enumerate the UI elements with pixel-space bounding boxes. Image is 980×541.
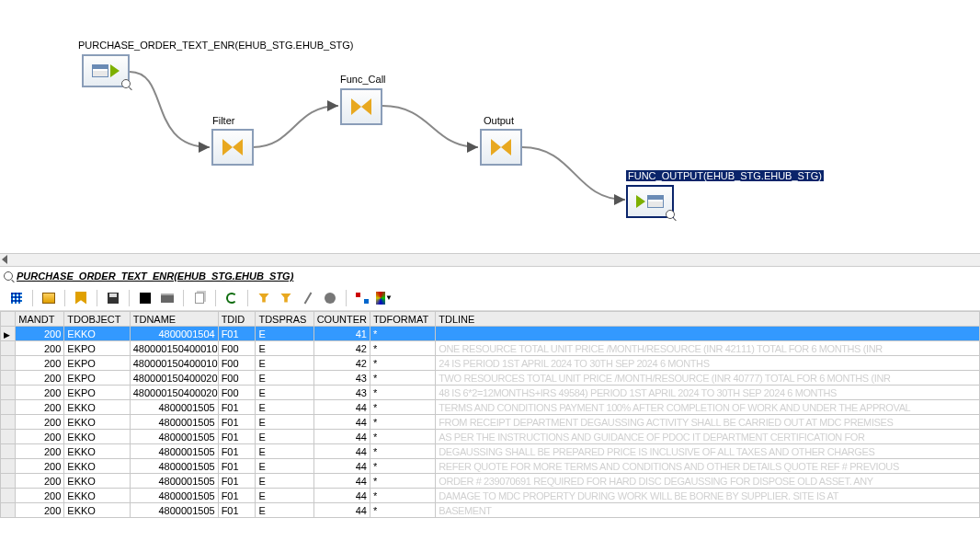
node-filter[interactable]	[211, 129, 254, 166]
row-selector[interactable]	[1, 341, 16, 356]
cell-tdname: 4800001505	[130, 415, 218, 430]
refresh-button[interactable]	[222, 289, 241, 307]
node-funccall-label: Func_Call	[340, 74, 386, 85]
filter-button[interactable]	[255, 289, 273, 307]
row-selector[interactable]	[1, 430, 16, 444]
cell-tdline: ONE RESOURCE TOTAL UNIT PRICE /MONTH/RES…	[436, 341, 980, 356]
cell-mandt: 200	[16, 474, 64, 489]
cell-tdname: 480000150400020	[130, 386, 218, 400]
magnify-icon[interactable]	[666, 210, 675, 219]
cell-tdid: F01	[218, 444, 256, 459]
col-tdid[interactable]: TDID	[218, 312, 256, 327]
col-tdname[interactable]: TDNAME	[130, 312, 218, 327]
cell-tdline: TWO RESOURCES TOTAL UNIT PRICE /MONTH/RE…	[436, 371, 980, 386]
cell-tdformat: *	[370, 327, 435, 341]
preview-table[interactable]: MANDT TDOBJECT TDNAME TDID TDSPRAS COUNT…	[0, 311, 980, 518]
cell-tdformat: *	[370, 430, 435, 444]
cell-tdline: TERMS AND CONDITIONS PAYMENT 100% AFTER …	[436, 400, 980, 415]
cell-tdobject: EKKO	[64, 503, 130, 518]
cell-counter: 44	[313, 503, 370, 518]
node-funccall[interactable]	[340, 88, 382, 125]
row-selector[interactable]	[1, 371, 16, 386]
cell-mandt: 200	[16, 489, 64, 503]
cell-tdformat: *	[370, 371, 435, 386]
table-row[interactable]: 200EKKO4800001505F01E44*TERMS AND CONDIT…	[1, 400, 980, 415]
cell-tdformat: *	[370, 386, 435, 400]
grid-icon	[11, 293, 22, 304]
cell-mandt: 200	[16, 327, 64, 341]
row-selector[interactable]	[1, 356, 16, 371]
node-source[interactable]	[82, 54, 130, 87]
table-row[interactable]: 200EKKO4800001505F01E44*ORDER # 23907069…	[1, 474, 980, 489]
flow-button[interactable]	[353, 289, 371, 307]
cell-mandt: 200	[16, 386, 64, 400]
cell-tdspras: E	[256, 430, 313, 444]
copy-button[interactable]	[190, 289, 209, 307]
cell-tdid: F01	[218, 415, 256, 430]
col-mandt[interactable]: MANDT	[16, 312, 64, 327]
row-selector[interactable]	[1, 444, 16, 459]
row-selector[interactable]	[1, 503, 16, 518]
node-output[interactable]	[480, 129, 522, 166]
row-selector[interactable]	[1, 415, 16, 430]
copy-icon	[195, 293, 204, 304]
table-row[interactable]: 200EKPO480000150400010F00E42*ONE RESOURC…	[1, 341, 980, 356]
col-tdobject[interactable]: TDOBJECT	[64, 312, 130, 327]
row-selector[interactable]	[1, 489, 16, 503]
row-selector[interactable]	[1, 400, 16, 415]
bookmark-button[interactable]	[72, 289, 90, 307]
row-selector-header[interactable]	[1, 312, 16, 327]
cell-tdformat: *	[370, 503, 435, 518]
node-output-label: Output	[484, 115, 514, 126]
palette-button[interactable]: ▼	[375, 289, 393, 307]
row-selector[interactable]	[1, 474, 16, 489]
filter-add-button[interactable]	[277, 289, 295, 307]
cell-tdline: ORDER # 239070691 REQUIRED FOR HARD DISC…	[436, 474, 980, 489]
col-tdformat[interactable]: TDFORMAT	[370, 312, 435, 327]
browse-button[interactable]	[40, 289, 58, 307]
cell-tdname: 4800001505	[130, 444, 218, 459]
cell-counter: 42	[313, 341, 370, 356]
table-row[interactable]: 200EKPO480000150400020F00E43*48 IS 6*2=1…	[1, 386, 980, 400]
table-row[interactable]: 200EKKO4800001505F01E44*FROM RECEIPT DEP…	[1, 415, 980, 430]
col-tdspras[interactable]: TDSPRAS	[256, 312, 313, 327]
cell-counter: 44	[313, 489, 370, 503]
open-button[interactable]	[104, 289, 122, 307]
row-selector[interactable]	[1, 459, 16, 474]
filter-clear-button[interactable]	[299, 289, 317, 307]
refresh-icon	[226, 293, 237, 304]
cell-counter: 43	[313, 371, 370, 386]
sort-button[interactable]	[321, 289, 339, 307]
cell-mandt: 200	[16, 415, 64, 430]
cell-tdformat: *	[370, 459, 435, 474]
cell-mandt: 200	[16, 430, 64, 444]
play-icon	[110, 64, 120, 77]
magnify-icon[interactable]	[121, 79, 131, 88]
table-row[interactable]: 200EKPO480000150400010F00E42*24 IS PERIO…	[1, 356, 980, 371]
save-button[interactable]	[136, 289, 154, 307]
row-selector[interactable]	[1, 327, 16, 341]
diagram-hscrollbar[interactable]	[0, 253, 980, 266]
cell-tdline: 24 IS PERIOD 1ST APRIL 2024 TO 30TH SEP …	[436, 356, 980, 371]
table-row[interactable]: 200EKKO4800001505F01E44*DEGAUSSING SHALL…	[1, 444, 980, 459]
diagram-canvas[interactable]: PURCHASE_ORDER_TEXT_ENR(EHUB_STG.EHUB_ST…	[0, 0, 980, 267]
cell-tdobject: EKPO	[64, 371, 130, 386]
print-button[interactable]	[158, 289, 177, 307]
bookmark-icon	[75, 292, 86, 305]
col-counter[interactable]: COUNTER	[313, 312, 370, 327]
table-row[interactable]: 200EKPO480000150400020F00E43*TWO RESOURC…	[1, 371, 980, 386]
table-row[interactable]: 200EKKO4800001505F01E44*BASEMENT	[1, 503, 980, 518]
cell-tdname: 480000150400010	[130, 356, 218, 371]
table-row[interactable]: 200EKKO4800001505F01E44*REFER QUOTE FOR …	[1, 459, 980, 474]
col-tdline[interactable]: TDLINE	[436, 312, 980, 327]
records-button[interactable]	[7, 289, 26, 307]
row-selector[interactable]	[1, 386, 16, 400]
table-row[interactable]: 200EKKO4800001505F01E44*DAMAGE TO MDC PR…	[1, 489, 980, 503]
cell-counter: 44	[313, 459, 370, 474]
table-row[interactable]: 200EKKO4800001505F01E44*AS PER THE INSTR…	[1, 430, 980, 444]
cell-tdobject: EKKO	[64, 459, 130, 474]
cell-counter: 44	[313, 415, 370, 430]
cell-tdid: F01	[218, 503, 256, 518]
table-row[interactable]: 200EKKO4800001504F01E41*	[1, 327, 980, 341]
node-target[interactable]	[626, 185, 674, 218]
